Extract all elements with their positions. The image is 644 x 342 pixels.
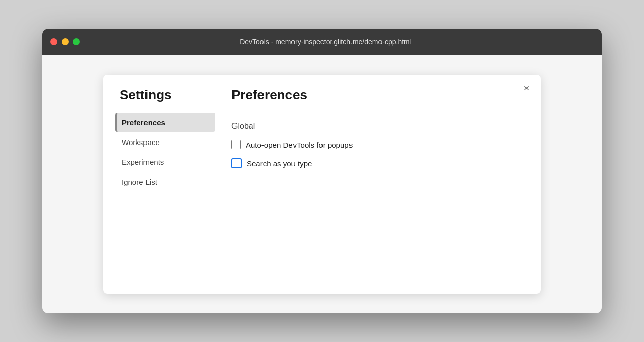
settings-sidebar: Settings Preferences Workspace Experimen…	[103, 75, 215, 294]
dialog-body: Settings Preferences Workspace Experimen…	[103, 75, 541, 294]
section-title: Preferences	[231, 87, 524, 103]
subsection-title: Global	[231, 122, 524, 131]
search-as-you-type-label: Search as you type	[247, 159, 312, 168]
sidebar-item-experiments[interactable]: Experiments	[115, 153, 215, 172]
settings-dialog: × Settings Preferences Workspace Experim…	[103, 75, 541, 294]
title-bar: DevTools - memory-inspector.glitch.me/de…	[42, 28, 602, 55]
traffic-light-maximize[interactable]	[73, 38, 80, 45]
auto-open-checkbox[interactable]	[231, 140, 241, 149]
browser-content: × Settings Preferences Workspace Experim…	[42, 55, 602, 314]
sidebar-item-workspace[interactable]: Workspace	[115, 133, 215, 152]
sidebar-item-preferences[interactable]: Preferences	[115, 113, 215, 132]
search-as-you-type-checkbox[interactable]	[231, 158, 242, 168]
traffic-light-close[interactable]	[50, 38, 57, 45]
section-divider	[231, 111, 524, 111]
traffic-lights	[50, 38, 80, 45]
main-content: Preferences Global Auto-open DevTools fo…	[215, 75, 541, 294]
search-as-you-type-row: Search as you type	[231, 158, 524, 168]
auto-open-label: Auto-open DevTools for popups	[246, 140, 353, 149]
sidebar-nav: Preferences Workspace Experiments Ignore…	[115, 113, 215, 191]
close-button[interactable]: ×	[520, 82, 533, 94]
sidebar-item-ignore-list[interactable]: Ignore List	[115, 173, 215, 191]
title-bar-text: DevTools - memory-inspector.glitch.me/de…	[88, 38, 563, 46]
sidebar-title: Settings	[115, 87, 215, 103]
auto-open-row: Auto-open DevTools for popups	[231, 140, 524, 149]
traffic-light-minimize[interactable]	[62, 38, 69, 45]
browser-window: DevTools - memory-inspector.glitch.me/de…	[42, 28, 602, 314]
